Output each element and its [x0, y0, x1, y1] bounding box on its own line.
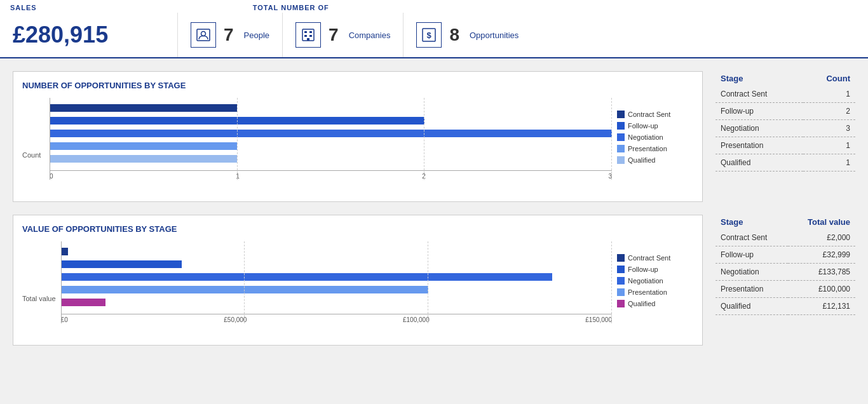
chart1-bar — [50, 104, 237, 112]
chart1-bar — [50, 117, 424, 125]
chart1-x0: 0 — [50, 173, 53, 180]
chart2-bar-row — [61, 259, 612, 269]
companies-metric[interactable]: 7 Companies — [283, 13, 403, 57]
chart1-x2: 2 — [422, 173, 426, 180]
sales-value-cell: £280,915 — [0, 13, 178, 57]
table-row: Follow-up£32,999 — [715, 246, 855, 264]
people-metric[interactable]: 7 People — [178, 13, 283, 57]
legend-label: Presentation — [628, 288, 667, 296]
table-row: Negotiation£133,785 — [715, 264, 855, 281]
stage-cell: Follow-up — [715, 103, 803, 120]
legend-color — [617, 145, 625, 152]
stage-cell: Contract Sent — [715, 229, 788, 246]
chart2-table-section: Stage Total value Contract Sent£2,000Fol… — [715, 215, 855, 315]
chart1-bar — [50, 130, 612, 137]
table1-col1: Stage — [715, 71, 803, 86]
value-cell: £12,131 — [788, 298, 855, 315]
value-cell: £133,785 — [788, 264, 855, 281]
sales-label: SALES — [10, 4, 37, 11]
legend-label: Negotiation — [628, 277, 663, 285]
chart1-y-label: Count — [22, 117, 44, 192]
chart1-bar-row — [50, 128, 612, 138]
chart2-x0: £0 — [61, 316, 68, 323]
legend-color — [617, 277, 625, 285]
stage-cell: Qualified — [715, 154, 803, 172]
chart1-section: NUMBER OF OPPORTUNITIES BY STAGE Count — [13, 71, 855, 202]
table-row: Follow-up2 — [715, 103, 855, 120]
legend-label: Qualified — [628, 300, 655, 307]
value-cell: £2,000 — [788, 229, 855, 246]
stage-cell: Presentation — [715, 137, 803, 154]
chart1-box: NUMBER OF OPPORTUNITIES BY STAGE Count — [13, 71, 703, 202]
chart2-legend-item: Negotiation — [617, 277, 693, 285]
table-row: Contract Sent£2,000 — [715, 229, 855, 246]
chart1-bar-row — [50, 141, 612, 151]
chart2-bar-row — [61, 272, 612, 282]
chart1-bar-row — [50, 116, 612, 126]
chart2-box: VALUE OF OPPORTUNITIES BY STAGE Total va… — [13, 215, 703, 346]
chart1-summary-table: Stage Count Contract Sent1Follow-up2Nego… — [715, 71, 855, 172]
opportunities-icon: $ — [416, 22, 442, 48]
value-cell: 1 — [803, 154, 855, 172]
chart1-bar-row — [50, 154, 612, 164]
legend-color — [617, 133, 625, 141]
opportunities-metric[interactable]: $ 8 Opportunities — [403, 13, 531, 57]
chart2-y-label: Total value — [22, 260, 56, 336]
chart1-x3: 3 — [608, 173, 612, 180]
chart2-bar-row — [61, 246, 612, 257]
chart1-legend: Contract SentFollow-upNegotiationPresent… — [617, 98, 693, 192]
stage-cell: Qualified — [715, 298, 788, 315]
chart2-bar — [61, 299, 105, 306]
stage-cell: Negotiation — [715, 120, 803, 137]
companies-icon — [295, 22, 321, 48]
chart2-section: VALUE OF OPPORTUNITIES BY STAGE Total va… — [13, 215, 855, 346]
companies-count: 7 — [329, 25, 339, 45]
chart2-bars: £0 £50,000 £100,000 £150,000 — [61, 241, 612, 336]
chart2-x1: £50,000 — [224, 316, 247, 323]
chart1-bar — [50, 142, 237, 150]
chart1-legend-item: Qualified — [617, 156, 693, 164]
chart2-legend-item: Qualified — [617, 300, 693, 307]
chart1-bar — [50, 155, 237, 163]
legend-label: Follow-up — [628, 266, 658, 273]
people-count: 7 — [224, 25, 234, 45]
value-cell: 1 — [803, 86, 855, 103]
companies-label: Companies — [349, 30, 391, 40]
people-icon — [191, 22, 216, 48]
svg-rect-6 — [309, 35, 312, 37]
table1-col2: Count — [803, 71, 855, 86]
legend-label: Qualified — [628, 156, 655, 164]
stage-cell: Follow-up — [715, 246, 788, 264]
chart2-bar-row — [61, 285, 612, 295]
main-content: NUMBER OF OPPORTUNITIES BY STAGE Count — [0, 58, 868, 358]
chart2-summary-table: Stage Total value Contract Sent£2,000Fol… — [715, 215, 855, 315]
chart2-bar-row — [61, 297, 612, 307]
table-row: Presentation1 — [715, 137, 855, 154]
sales-amount: £280,915 — [13, 22, 108, 48]
metrics-row: £280,915 7 People — [0, 13, 868, 57]
chart2-legend-item: Follow-up — [617, 266, 693, 273]
chart1-table-section: Stage Count Contract Sent1Follow-up2Nego… — [715, 71, 855, 172]
total-number-label: TOTAL NUMBER OF — [253, 4, 329, 11]
stage-cell: Presentation — [715, 281, 788, 298]
chart2-bar — [61, 260, 182, 268]
legend-color — [617, 300, 625, 307]
chart2-x3: £150,000 — [585, 316, 612, 323]
chart1-legend-item: Presentation — [617, 145, 693, 152]
table-row: Negotiation3 — [715, 120, 855, 137]
table-row: Presentation£100,000 — [715, 281, 855, 298]
legend-color — [617, 288, 625, 296]
chart2-legend-item: Contract Sent — [617, 254, 693, 262]
table-row: Contract Sent1 — [715, 86, 855, 103]
legend-label: Follow-up — [628, 122, 658, 130]
chart1-legend-item: Follow-up — [617, 122, 693, 130]
legend-label: Negotiation — [628, 133, 663, 141]
legend-color — [617, 266, 625, 273]
svg-rect-3 — [304, 31, 307, 33]
chart2-bar — [61, 286, 428, 293]
chart1-bars: 0 1 2 3 — [50, 98, 612, 192]
legend-color — [617, 156, 625, 164]
legend-label: Presentation — [628, 145, 667, 152]
table2-col1: Stage — [715, 215, 788, 229]
top-bar: SALES TOTAL NUMBER OF £280,915 7 People — [0, 0, 868, 58]
